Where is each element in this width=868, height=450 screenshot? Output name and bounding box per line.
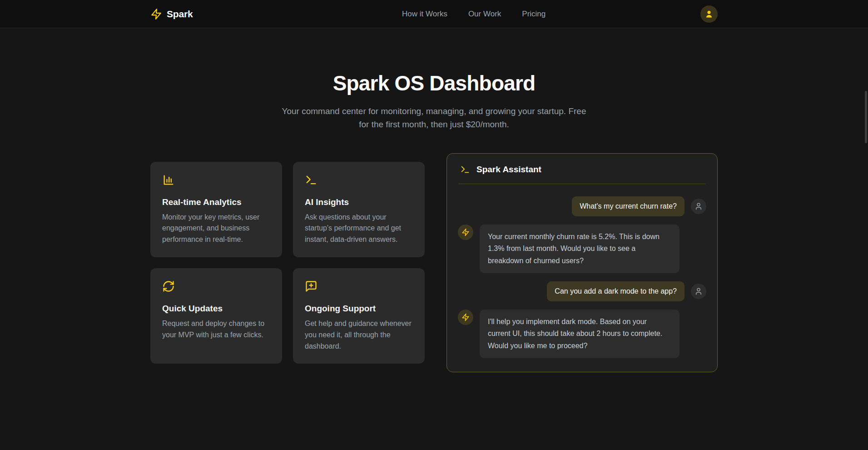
user-icon — [694, 202, 703, 210]
hero-section: Spark OS Dashboard Your command center f… — [0, 71, 868, 131]
user-icon — [704, 10, 714, 19]
nav-link-our-work[interactable]: Our Work — [468, 10, 501, 19]
spark-assistant-panel: Spark Assistant What's my current churn … — [446, 153, 718, 372]
feature-card-ai-insights: AI Insights Ask questions about your sta… — [293, 162, 425, 257]
zap-icon — [150, 8, 162, 20]
main-content: Real-time Analytics Monitor your key met… — [150, 153, 718, 372]
user-avatar — [691, 284, 706, 299]
feature-description: Get help and guidance whenever you need … — [305, 318, 413, 352]
feature-description: Ask questions about your startup's perfo… — [305, 212, 413, 245]
feature-card-real-time-analytics: Real-time Analytics Monitor your key met… — [150, 162, 282, 257]
terminal-icon — [305, 174, 413, 186]
bar-chart-icon — [162, 174, 270, 186]
message-square-plus-icon — [305, 280, 413, 293]
chat-messages: What's my current churn rate? Your curre… — [447, 184, 717, 372]
feature-card-ongoing-support: Ongoing Support Get help and guidance wh… — [293, 268, 425, 364]
assistant-panel-title: Spark Assistant — [476, 165, 541, 175]
chat-message-user: What's my current churn rate? — [458, 196, 706, 216]
features-grid: Real-time Analytics Monitor your key met… — [150, 162, 425, 364]
assistant-message-bubble: I'll help you implement dark mode. Based… — [480, 310, 680, 358]
assistant-panel-header: Spark Assistant — [458, 154, 706, 184]
feature-title: AI Insights — [305, 197, 413, 207]
feature-title: Real-time Analytics — [162, 197, 270, 207]
zap-icon — [461, 228, 470, 236]
nav-link-how-it-works[interactable]: How it Works — [402, 10, 447, 19]
nav-links: How it Works Our Work Pricing — [402, 10, 546, 19]
user-message-bubble: What's my current churn rate? — [572, 196, 684, 216]
navbar: Spark How it Works Our Work Pricing — [0, 0, 868, 28]
user-message-bubble: Can you add a dark mode to the app? — [547, 281, 684, 301]
page-title: Spark OS Dashboard — [0, 71, 868, 95]
user-avatar — [691, 199, 706, 214]
chat-message-assistant: I'll help you implement dark mode. Based… — [458, 310, 706, 358]
brand-logo[interactable]: Spark — [150, 8, 193, 20]
terminal-icon — [460, 165, 470, 175]
assistant-avatar — [458, 225, 473, 240]
zap-icon — [461, 313, 470, 321]
account-avatar-button[interactable] — [700, 5, 718, 23]
feature-card-quick-updates: Quick Updates Request and deploy changes… — [150, 268, 282, 364]
brand-name: Spark — [167, 9, 193, 20]
feature-description: Monitor your key metrics, user engagemen… — [162, 212, 270, 245]
feature-title: Ongoing Support — [305, 304, 413, 314]
assistant-avatar — [458, 310, 473, 325]
assistant-message-bubble: Your current monthly churn rate is 5.2%.… — [480, 225, 680, 273]
user-icon — [694, 287, 703, 295]
vertical-scrollbar-thumb[interactable] — [865, 91, 867, 143]
chat-message-assistant: Your current monthly churn rate is 5.2%.… — [458, 225, 706, 273]
nav-link-pricing[interactable]: Pricing — [522, 10, 546, 19]
chat-message-user: Can you add a dark mode to the app? — [458, 281, 706, 301]
refresh-icon — [162, 280, 270, 293]
feature-title: Quick Updates — [162, 304, 270, 314]
feature-description: Request and deploy changes to your MVP w… — [162, 318, 270, 341]
page-subtitle: Your command center for monitoring, mana… — [278, 105, 591, 131]
